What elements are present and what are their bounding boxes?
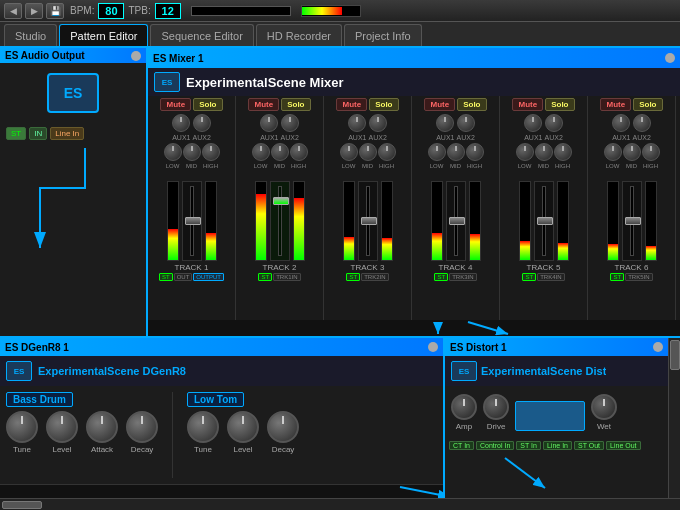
- low-knob-2[interactable]: [252, 143, 270, 161]
- fader-thumb-1[interactable]: [185, 217, 201, 225]
- low-knob-3[interactable]: [340, 143, 358, 161]
- fader-6[interactable]: [622, 181, 642, 261]
- tab-hd-recorder[interactable]: HD Recorder: [256, 24, 342, 46]
- aux1-knob-3[interactable]: [348, 114, 366, 132]
- fader-3[interactable]: [358, 181, 378, 261]
- eq-knobs-5: LOW MID HIGH: [516, 143, 572, 169]
- tom-level-knob[interactable]: [227, 411, 259, 443]
- mute-3[interactable]: Mute: [336, 98, 367, 111]
- st-ctrl-2[interactable]: ST: [258, 273, 272, 281]
- aux2-knob-6[interactable]: [633, 114, 651, 132]
- aux2-knob-4[interactable]: [457, 114, 475, 132]
- aux2-knob-2[interactable]: [281, 114, 299, 132]
- low-knob-1[interactable]: [164, 143, 182, 161]
- high-knob-5[interactable]: [554, 143, 572, 161]
- mid-knob-6[interactable]: [623, 143, 641, 161]
- line-in-button[interactable]: Line In: [50, 127, 84, 140]
- trk-in-3[interactable]: TRK2IN: [361, 273, 388, 281]
- mid-knob-4[interactable]: [447, 143, 465, 161]
- output-ctrl-1[interactable]: OUTPUT: [193, 273, 224, 281]
- solo-5[interactable]: Solo: [545, 98, 574, 111]
- bass-tune-knob[interactable]: [6, 411, 38, 443]
- solo-2[interactable]: Solo: [281, 98, 310, 111]
- aux2-knob-1[interactable]: [193, 114, 211, 132]
- fader-thumb-5[interactable]: [537, 217, 553, 225]
- mid-knob-3[interactable]: [359, 143, 377, 161]
- audio-output-close[interactable]: [131, 51, 141, 61]
- low-knob-5[interactable]: [516, 143, 534, 161]
- st-ctrl-6[interactable]: ST: [610, 273, 624, 281]
- fader-5[interactable]: [534, 181, 554, 261]
- fader-2[interactable]: [270, 181, 290, 261]
- drive-knob[interactable]: [483, 394, 509, 420]
- scrollbar-thumb-h[interactable]: [2, 501, 42, 509]
- mid-knob-5[interactable]: [535, 143, 553, 161]
- scrollbar-thumb-v[interactable]: [670, 340, 680, 370]
- transport-slider[interactable]: [191, 6, 291, 16]
- tab-sequence-editor[interactable]: Sequence Editor: [150, 24, 253, 46]
- fader-4[interactable]: [446, 181, 466, 261]
- bass-attack-knob[interactable]: [86, 411, 118, 443]
- trk-in-5[interactable]: TRK4IN: [537, 273, 564, 281]
- aux1-knob-6[interactable]: [612, 114, 630, 132]
- fader-thumb-4[interactable]: [449, 217, 465, 225]
- high-knob-3[interactable]: [378, 143, 396, 161]
- mute-6[interactable]: Mute: [600, 98, 631, 111]
- mid-knob-1[interactable]: [183, 143, 201, 161]
- mid-knob-2[interactable]: [271, 143, 289, 161]
- low-knob-6[interactable]: [604, 143, 622, 161]
- bottom-scrollbar[interactable]: [0, 498, 680, 510]
- solo-4[interactable]: Solo: [457, 98, 486, 111]
- wet-knob[interactable]: [591, 394, 617, 420]
- tab-studio[interactable]: Studio: [4, 24, 57, 46]
- solo-6[interactable]: Solo: [633, 98, 662, 111]
- aux2-knob-3[interactable]: [369, 114, 387, 132]
- trk-in-2[interactable]: TRK1IN: [273, 273, 300, 281]
- st-ctrl-5[interactable]: ST: [522, 273, 536, 281]
- mute-1[interactable]: Mute: [160, 98, 191, 111]
- mute-5[interactable]: Mute: [512, 98, 543, 111]
- fader-thumb-6[interactable]: [625, 217, 641, 225]
- tom-tune-knob[interactable]: [187, 411, 219, 443]
- distort-close[interactable]: [653, 342, 663, 352]
- aux1-knob-4[interactable]: [436, 114, 454, 132]
- tab-project-info[interactable]: Project Info: [344, 24, 422, 46]
- fader-thumb-2[interactable]: [273, 197, 289, 205]
- high-knob-2[interactable]: [290, 143, 308, 161]
- tom-decay-knob[interactable]: [267, 411, 299, 443]
- fader-thumb-3[interactable]: [361, 217, 377, 225]
- mute-4[interactable]: Mute: [424, 98, 455, 111]
- back-button[interactable]: ◀: [4, 3, 22, 19]
- right-scrollbar[interactable]: [668, 338, 680, 498]
- solo-1[interactable]: Solo: [193, 98, 222, 111]
- solo-3[interactable]: Solo: [369, 98, 398, 111]
- bpm-value[interactable]: 80: [98, 3, 124, 19]
- bass-decay-knob[interactable]: [126, 411, 158, 443]
- aux1-knob-5[interactable]: [524, 114, 542, 132]
- st-button[interactable]: ST: [6, 127, 26, 140]
- aux1-knob-1[interactable]: [172, 114, 190, 132]
- st-ctrl-3[interactable]: ST: [346, 273, 360, 281]
- amp-knob[interactable]: [451, 394, 477, 420]
- st-ctrl-1[interactable]: ST: [159, 273, 173, 281]
- dgenr8-close[interactable]: [428, 342, 438, 352]
- tab-pattern-editor[interactable]: Pattern Editor: [59, 24, 148, 46]
- trk-in-6[interactable]: TRK5IN: [625, 273, 652, 281]
- high-knob-6[interactable]: [642, 143, 660, 161]
- aux1-knob-2[interactable]: [260, 114, 278, 132]
- save-button[interactable]: 💾: [46, 3, 64, 19]
- st-ctrl-4[interactable]: ST: [434, 273, 448, 281]
- trk-in-4[interactable]: TRK3IN: [449, 273, 476, 281]
- fader-1[interactable]: [182, 181, 202, 261]
- tpb-value[interactable]: 12: [155, 3, 181, 19]
- high-knob-4[interactable]: [466, 143, 484, 161]
- mixer-close[interactable]: [665, 53, 675, 63]
- low-knob-4[interactable]: [428, 143, 446, 161]
- mute-2[interactable]: Mute: [248, 98, 279, 111]
- bass-level-knob[interactable]: [46, 411, 78, 443]
- out-ctrl-1[interactable]: OUT: [174, 273, 193, 281]
- aux2-knob-5[interactable]: [545, 114, 563, 132]
- forward-button[interactable]: ▶: [25, 3, 43, 19]
- in-button[interactable]: IN: [29, 127, 47, 140]
- high-knob-1[interactable]: [202, 143, 220, 161]
